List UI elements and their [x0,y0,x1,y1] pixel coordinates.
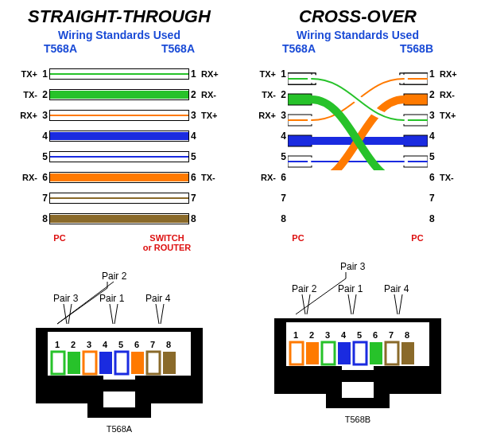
svg-text:5: 5 [118,340,123,349]
svg-text:3: 3 [325,330,330,340]
std-right: T568A [161,42,195,55]
wire-7 [49,193,189,204]
wire-row-6: RX- 6 6 TX- [16,169,223,185]
wire-row-7: 77 [254,190,461,205]
sig-right: TX- [199,173,223,182]
svg-rect-8 [99,352,112,374]
svg-rect-22 [400,73,428,84]
pin-right: 1 [428,68,437,80]
svg-text:3: 3 [87,340,91,349]
pair1-label: Pair 1 [338,283,363,294]
wire-row-5: 5 5 [16,149,223,164]
svg-text:4: 4 [341,330,347,340]
wire-map-cross: TX+ 1 [254,66,461,232]
svg-rect-12 [163,352,176,374]
wire-row-8: 8 8 [16,211,223,226]
svg-rect-53 [342,382,374,398]
sig-right: RX+ [199,69,223,79]
straight-through-panel: STRAIGHT-THROUGH Wiring Standards Used T… [0,0,238,440]
svg-rect-5 [52,352,64,374]
pair4-label: Pair 4 [384,283,409,294]
std-left: T568A [282,42,316,55]
svg-rect-38 [404,73,428,84]
svg-rect-61 [386,342,398,364]
pin-right: 8 [189,213,199,224]
jack-label: T568A [107,424,132,434]
pin-left: 4 [40,131,49,142]
panel-title: STRAIGHT-THROUGH [28,6,211,27]
svg-rect-7 [83,352,96,374]
pin-left: 1 [40,68,49,80]
wire-row-3: RX+33TX+ [254,107,461,123]
pin-right: 3 [189,110,199,121]
pin-right: 2 [189,89,199,100]
device-left: PC [282,233,314,243]
pin-left: 6 [40,172,49,183]
device-labels: PC PC [282,233,433,243]
pin-left: 7 [40,193,49,204]
cross-over-panel: CROSS-OVER Wiring Standards Used T568A T… [238,0,477,440]
svg-text:6: 6 [373,330,378,340]
device-right: SWITCH or ROUTER [139,233,195,252]
wire-2 [49,89,189,100]
sig-left: RX+ [16,111,40,120]
svg-rect-60 [370,342,382,364]
jack-section: Pair 2 Pair 3 Pair 1 Pair 4 [16,268,223,434]
wire-row-7: 7 7 [16,190,223,205]
pin-right: 5 [189,151,199,162]
svg-text:1: 1 [293,330,298,340]
panel-title: CROSS-OVER [299,6,417,27]
subtitle: Wiring Standards Used [297,29,419,41]
svg-rect-9 [115,352,128,374]
pin-left: 2 [40,89,49,100]
sig-left: TX- [16,90,40,99]
standards-row: T568A T568B [282,42,433,55]
wire-row-1: TX+ 1 [254,66,461,81]
wire-3 [49,110,189,121]
svg-rect-57 [322,342,335,364]
jack-label: T568B [345,415,370,424]
sig-left: TX+ [254,69,278,79]
svg-text:1: 1 [55,340,60,349]
svg-rect-6 [68,352,80,374]
wire-4 [49,131,189,142]
wire-row-8: 88 [254,211,461,226]
svg-rect-3 [103,392,135,407]
device-left: PC [44,233,76,252]
pair-top-label: Pair 3 [340,261,366,272]
wire-row-6: RX-66TX- [254,169,461,185]
pin-right: 7 [189,193,199,204]
svg-rect-23 [288,73,316,84]
svg-rect-25 [288,73,316,84]
svg-text:5: 5 [357,330,362,340]
pair2-label: Pair 2 [292,283,317,294]
wire-row-4: 4 4 [16,128,223,143]
svg-rect-59 [354,342,366,364]
svg-text:4: 4 [103,340,108,349]
sig-right: RX- [199,90,223,99]
svg-text:2: 2 [71,340,76,349]
wire-row-2: TX-22RX- [254,87,461,102]
wire-row-1: TX+ 1 1 RX+ [16,66,223,81]
svg-rect-11 [147,352,160,374]
jack-t568a: Pair 2 Pair 3 Pair 1 Pair 4 [28,268,211,419]
pin-left: 8 [40,213,49,224]
wire-1 [49,68,189,80]
svg-rect-55 [290,342,303,364]
subtitle: Wiring Standards Used [58,29,180,41]
rj45-jack-icon: Pair 2 Pair 3 Pair 1 Pair 4 [28,268,211,419]
std-right: T568B [400,42,433,55]
sig-right: RX+ [437,69,461,79]
wire-row-2: TX- 2 2 RX- [16,87,223,102]
svg-rect-10 [131,352,144,374]
pair4-label: Pair 4 [145,293,171,304]
sig-left: RX- [16,173,40,182]
pin-left: 5 [40,151,49,162]
pair3-label: Pair 3 [53,293,79,304]
standards-row: T568A T568A [44,42,195,55]
pin-left: 3 [40,110,49,121]
diagram-root: STRAIGHT-THROUGH Wiring Standards Used T… [0,0,477,440]
sig-left: TX+ [16,69,40,79]
wire-5 [49,151,189,162]
svg-text:8: 8 [405,330,409,340]
